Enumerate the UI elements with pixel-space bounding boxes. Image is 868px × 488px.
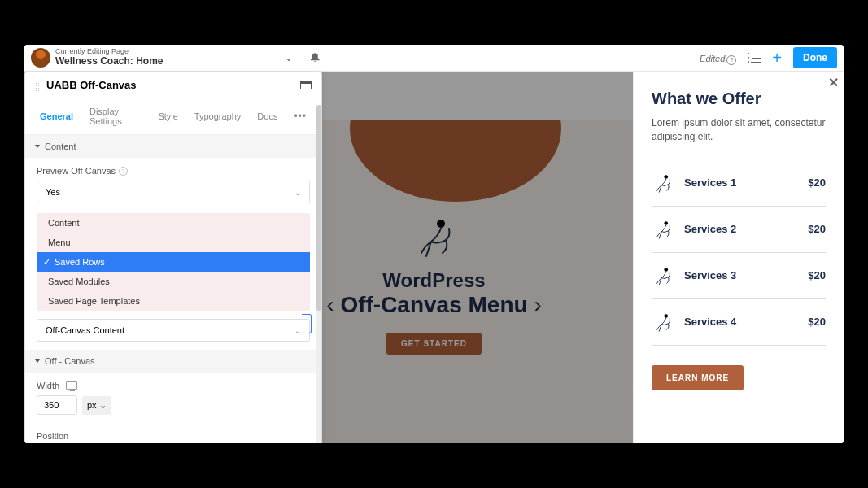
done-button[interactable]: Done	[793, 47, 837, 68]
svg-point-2	[664, 221, 668, 225]
drag-grip-icon[interactable]	[35, 80, 41, 91]
app-frame: Currently Editing Page Wellness Coach: H…	[24, 45, 844, 443]
service-name: Services 2	[684, 223, 798, 235]
section-content-header[interactable]: Content	[25, 135, 321, 158]
position-label: Position	[37, 431, 310, 441]
tab-docs[interactable]: Docs	[249, 103, 286, 129]
panel-tabs: General Display Settings Style Typograph…	[25, 98, 321, 135]
page-dropdown-chevron-icon[interactable]: ⌄	[285, 52, 293, 63]
help-icon[interactable]: ?	[119, 167, 128, 176]
dropdown-option[interactable]: Content	[37, 213, 310, 233]
width-unit-select[interactable]: px⌄	[82, 396, 111, 415]
edited-status: Edited?	[700, 50, 736, 65]
panel-scrollbar[interactable]	[316, 105, 321, 443]
sidebar-description: Lorem ipsum dolor sit amet, consectetur …	[652, 116, 826, 144]
chevron-down-icon: ⌄	[294, 326, 301, 335]
service-row[interactable]: Services 2$20	[652, 207, 826, 253]
tab-more-icon[interactable]: •••	[286, 111, 315, 122]
width-field: Width px⌄	[25, 373, 321, 423]
yoga-pose-icon	[410, 212, 459, 261]
sidebar-title: What we Offer	[652, 89, 826, 108]
preview-select[interactable]: Yes⌄	[37, 181, 310, 203]
preview-field: Preview Off Canvas? Yes⌄	[25, 158, 321, 211]
content-type-field: ContentMenuSaved RowsSaved ModulesSaved …	[25, 213, 321, 319]
svg-point-1	[664, 175, 668, 179]
section-offcanvas-header[interactable]: Off - Canvas	[25, 350, 321, 373]
service-price: $20	[808, 223, 826, 235]
dropdown-option[interactable]: Saved Rows	[37, 252, 310, 272]
top-bar: Currently Editing Page Wellness Coach: H…	[24, 45, 844, 72]
responsive-icon[interactable]	[66, 381, 77, 390]
preview-label: Preview Off Canvas?	[37, 166, 310, 176]
position-field: Position	[25, 423, 321, 443]
content-select-field: Off-Canvas Content⌄	[25, 319, 321, 350]
service-price: $20	[808, 176, 826, 189]
width-label: Width	[37, 381, 310, 390]
dropdown-option[interactable]: Saved Page Templates	[37, 291, 310, 311]
service-row[interactable]: Services 1$20	[652, 160, 826, 207]
panel-title: UABB Off-Canvas	[46, 79, 300, 91]
yoga-pose-icon	[652, 311, 674, 333]
get-started-button[interactable]: GET STARTED	[386, 333, 482, 355]
dropdown-option[interactable]: Menu	[37, 233, 310, 252]
service-name: Services 3	[684, 269, 798, 281]
page-info[interactable]: Currently Editing Page Wellness Coach: H…	[55, 48, 163, 67]
service-price: $20	[808, 316, 826, 328]
add-content-icon[interactable]: +	[772, 49, 782, 68]
tab-display-settings[interactable]: Display Settings	[81, 98, 150, 134]
notifications-bell-icon[interactable]: 🔔︎	[309, 51, 321, 64]
tab-general[interactable]: General	[32, 103, 81, 129]
service-row[interactable]: Services 3$20	[652, 253, 826, 299]
select-outline-fragment	[302, 314, 312, 333]
svg-point-0	[437, 220, 445, 228]
hero-heading-2: ‹ Off-Canvas Menu ›	[326, 292, 541, 318]
beaver-logo-icon	[31, 48, 50, 68]
tab-typography[interactable]: Typography	[186, 103, 249, 129]
settings-panel: UABB Off-Canvas General Display Settings…	[24, 72, 322, 443]
top-bar-right: Edited? + Done	[700, 47, 837, 68]
help-icon[interactable]: ?	[726, 55, 736, 65]
panel-header[interactable]: UABB Off-Canvas	[25, 72, 321, 98]
chevron-down-icon: ⌄	[294, 188, 301, 197]
yoga-pose-icon	[652, 264, 674, 287]
service-price: $20	[808, 269, 826, 281]
learn-more-button[interactable]: LEARN MORE	[652, 365, 744, 390]
chevron-down-icon: ⌄	[99, 400, 107, 411]
svg-point-3	[664, 268, 668, 272]
yoga-pose-icon	[652, 172, 674, 194]
window-resize-icon[interactable]	[300, 81, 312, 89]
hero-heading-1: WordPress	[382, 269, 485, 292]
width-input[interactable]	[37, 395, 77, 415]
outline-panel-icon[interactable]	[748, 52, 761, 63]
offcanvas-sidebar: ✕ What we Offer Lorem ipsum dolor sit am…	[633, 72, 844, 443]
service-name: Services 1	[684, 176, 798, 189]
content-type-dropdown: ContentMenuSaved RowsSaved ModulesSaved …	[37, 213, 310, 311]
close-icon[interactable]: ✕	[828, 75, 839, 90]
dropdown-option[interactable]: Saved Modules	[37, 272, 310, 291]
offcanvas-content-select[interactable]: Off-Canvas Content⌄	[37, 319, 310, 342]
service-name: Services 4	[684, 316, 798, 328]
services-list: Services 1$20Services 2$20Services 3$20S…	[652, 160, 826, 346]
svg-point-4	[664, 314, 668, 318]
hero-blob-shape	[350, 120, 561, 202]
tab-style[interactable]: Style	[150, 103, 185, 129]
page-title: Wellness Coach: Home	[55, 56, 163, 67]
service-row[interactable]: Services 4$20	[652, 299, 826, 346]
yoga-pose-icon	[652, 218, 674, 241]
